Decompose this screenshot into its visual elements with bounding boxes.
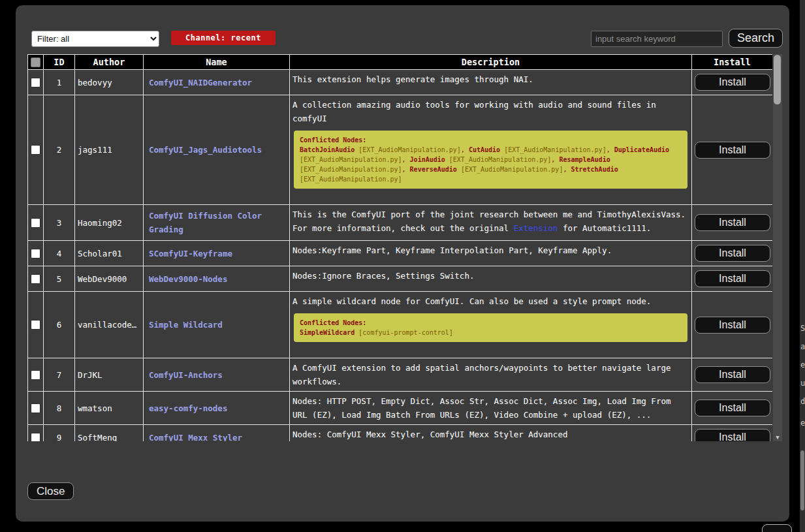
description-text: Nodes: HTTP POST, Empty Dict, Assoc Str,… xyxy=(292,394,689,422)
description-text: A collection amazing audio tools for wor… xyxy=(292,98,689,125)
node-name-link[interactable]: ComfyUI Diffusion Color Grading xyxy=(149,211,262,234)
header-name: Name xyxy=(144,55,290,70)
row-checkbox[interactable] xyxy=(31,78,40,87)
install-button[interactable]: Install xyxy=(695,74,770,91)
row-name-cell: Simple Wildcard xyxy=(144,292,290,358)
header-select-cell xyxy=(28,55,44,70)
row-id: 5 xyxy=(44,266,75,292)
select-all-checkbox[interactable] xyxy=(31,57,40,67)
scrollbar-down-arrow-icon[interactable]: ▼ xyxy=(773,434,782,441)
row-id: 9 xyxy=(44,425,75,442)
row-description-cell: A collection amazing audio tools for wor… xyxy=(290,95,692,205)
row-checkbox[interactable] xyxy=(31,145,40,155)
table-scrollbar[interactable]: ▼ xyxy=(773,54,782,441)
row-author: bedovyy xyxy=(75,70,144,95)
conflicted-node-name: CutAudio xyxy=(469,146,500,153)
conflicted-node-name: StretchAudio xyxy=(571,166,618,173)
row-author: WebDev9000 xyxy=(75,266,144,292)
description-text: Nodes:Keyframe Part, Keyframe Interpolat… xyxy=(292,243,689,257)
node-name-link[interactable]: Simple Wildcard xyxy=(149,320,223,330)
conflicted-node-name: ResampleAudio xyxy=(559,156,610,163)
conflicted-node-extension: [EXT_AudioManipulation.py] xyxy=(300,166,402,173)
row-author: Scholar01 xyxy=(75,241,144,266)
row-id: 6 xyxy=(44,292,75,358)
row-id: 2 xyxy=(44,95,75,205)
row-checkbox[interactable] xyxy=(31,403,40,413)
row-description-cell: This extension helps generate images thr… xyxy=(290,70,692,95)
install-button[interactable]: Install xyxy=(695,317,770,334)
row-author: wmatson xyxy=(75,392,144,425)
table-row: 8wmatsoneasy-comfy-nodesNodes: HTTP POST… xyxy=(28,392,773,425)
row-checkbox[interactable] xyxy=(31,218,40,228)
install-button[interactable]: Install xyxy=(695,214,770,231)
conflicted-nodes-box: Conflicted Nodes:BatchJoinAudio [EXT_Aud… xyxy=(294,131,687,189)
conflicted-node-name: ReverseAudio xyxy=(410,166,457,173)
row-install-cell: Install xyxy=(692,358,773,392)
table-row: 4Scholar01SComfyUI-KeyframeNodes:Keyfram… xyxy=(28,241,773,266)
row-install-cell: Install xyxy=(692,392,773,425)
background-strip: Saeude xyxy=(800,0,805,532)
conflicted-nodes-list: SimpleWildcard [comfyui-prompt-control] xyxy=(300,328,682,337)
install-button[interactable]: Install xyxy=(695,245,770,262)
row-description-cell: Nodes:Keyframe Part, Keyframe Interpolat… xyxy=(290,241,692,266)
conflicted-node-name: SimpleWildcard xyxy=(300,329,355,336)
search-button[interactable]: Search xyxy=(729,29,783,48)
node-name-link[interactable]: ComfyUI_Jags_Audiotools xyxy=(149,145,262,155)
close-button[interactable]: Close xyxy=(27,482,74,500)
clipped-background-text: d xyxy=(800,398,805,405)
conflicted-node-extension: [EXT_AudioManipulation.py] xyxy=(300,176,402,183)
conflicted-node-extension: [EXT_AudioManipulation.py] xyxy=(300,156,402,163)
conflicted-node-name: JoinAudio xyxy=(410,156,445,163)
row-install-cell: Install xyxy=(692,425,773,442)
row-select-cell xyxy=(28,241,44,266)
install-button[interactable]: Install xyxy=(695,142,770,159)
clipped-background-text: e xyxy=(800,361,805,369)
row-select-cell xyxy=(28,95,44,205)
row-id: 7 xyxy=(44,358,75,392)
node-name-link[interactable]: WebDev9000-Nodes xyxy=(149,274,227,284)
description-text: This is the ComfyUI port of the joint re… xyxy=(292,208,689,235)
install-button[interactable]: Install xyxy=(695,366,770,383)
row-id: 8 xyxy=(44,392,75,425)
row-checkbox[interactable] xyxy=(31,249,40,258)
page-scrollbar-thumb[interactable] xyxy=(800,450,804,510)
node-name-link[interactable]: ComfyUI_Mexx_Styler xyxy=(149,433,242,442)
conflicted-node-extension: [comfyui-prompt-control] xyxy=(358,329,453,336)
row-install-cell: Install xyxy=(692,95,773,205)
table-header-row: ID Author Name Description Install xyxy=(28,55,773,70)
clipped-background-text: e xyxy=(800,419,805,427)
table-body: 1bedovyyComfyUI_NAIDGeneratorThis extens… xyxy=(28,70,773,442)
clipped-background-text: S xyxy=(800,324,805,332)
node-name-link[interactable]: ComfyUI_NAIDGenerator xyxy=(149,78,252,87)
install-button[interactable]: Install xyxy=(695,429,770,441)
description-link[interactable]: Extension xyxy=(514,223,558,233)
node-name-link[interactable]: easy-comfy-nodes xyxy=(149,403,227,413)
install-button[interactable]: Install xyxy=(695,399,770,416)
conflicted-nodes-title: Conflicted Nodes: xyxy=(300,135,682,145)
row-name-cell: ComfyUI-Anchors xyxy=(144,358,290,392)
filter-select[interactable]: Filter: all xyxy=(31,31,159,47)
conflicted-nodes-title: Conflicted Nodes: xyxy=(300,318,682,328)
row-description-cell: A ComfyUI extension to add spatial ancho… xyxy=(290,358,692,392)
row-install-cell: Install xyxy=(692,292,773,358)
row-checkbox[interactable] xyxy=(31,433,40,442)
row-checkbox[interactable] xyxy=(31,320,40,330)
conflicted-nodes-box: Conflicted Nodes:SimpleWildcard [comfyui… xyxy=(294,313,687,342)
header-id: ID xyxy=(44,55,75,70)
channel-badge: Channel: recent xyxy=(171,31,276,45)
row-description-cell: This is the ComfyUI port of the joint re… xyxy=(290,205,692,241)
table-scrollbar-thumb[interactable] xyxy=(774,55,781,104)
table-row: 1bedovyyComfyUI_NAIDGeneratorThis extens… xyxy=(28,70,773,95)
node-name-link[interactable]: ComfyUI-Anchors xyxy=(149,370,223,380)
row-install-cell: Install xyxy=(692,70,773,95)
node-name-link[interactable]: SComfyUI-Keyframe xyxy=(149,249,232,258)
row-install-cell: Install xyxy=(692,205,773,241)
row-install-cell: Install xyxy=(692,266,773,292)
search-input[interactable] xyxy=(591,31,723,47)
row-checkbox[interactable] xyxy=(31,274,40,284)
row-author: Haoming02 xyxy=(75,205,144,241)
row-checkbox[interactable] xyxy=(31,370,40,380)
table-row: 9SoftMengComfyUI_Mexx_StylerNodes: Comfy… xyxy=(28,425,773,442)
row-select-cell xyxy=(28,70,44,95)
install-button[interactable]: Install xyxy=(695,270,770,287)
